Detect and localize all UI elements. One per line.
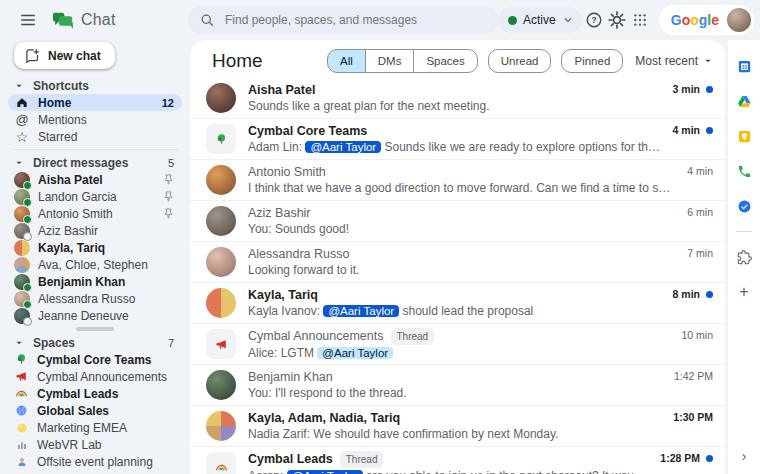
google-apps-grid-button[interactable] [630,6,651,34]
unread-count-badge: 12 [162,97,174,109]
conversation-text: Cymbal Core TeamsAdam Lin: @Aari Taylor … [248,124,661,155]
direct-messages-list: Aisha PatelLandon GarciaAntonio SmithAzi… [0,171,190,324]
filter-dms[interactable]: DMs [365,49,415,73]
body-row: New chat Shortcuts Home12@Mentions☆Starr… [0,40,760,474]
mention-chip: @Aari Taylor [287,470,363,474]
tasks-icon[interactable] [734,196,754,216]
shortcuts-list: Home12@Mentions☆Starred [0,94,190,145]
settings-gear-button[interactable] [607,6,628,34]
search-input[interactable] [223,12,486,28]
chart-icon [14,437,29,452]
avatar [206,288,236,318]
search-bar[interactable] [188,6,498,34]
direct-messages-section-header[interactable]: Direct messages 5 [0,154,190,171]
drive-icon[interactable] [734,91,754,111]
new-chat-button[interactable]: New chat [14,42,115,69]
filter-spaces[interactable]: Spaces [413,49,477,73]
snippet-text: Nadia Zarif: We should have confirmation… [248,427,558,441]
conversation-row[interactable]: Aziz BashirYou: Sounds good!6 min [190,200,725,241]
space-item-marketing-emea[interactable]: Marketing EMEA [8,419,182,436]
star-icon: ☆ [14,129,30,145]
space-item-cymbal-leads[interactable]: Cymbal Leads [8,385,182,402]
addons-icon[interactable] [734,247,754,267]
dm-item-alessandra-russo[interactable]: Alessandra Russo [8,290,182,307]
conversation-meta: 10 min [681,329,713,341]
hamburger-menu-icon[interactable] [16,8,40,32]
message-snippet: You: I'll respond to the thread. [248,386,662,401]
sort-button[interactable]: Most recent [635,54,713,68]
presence-away-dot [23,232,32,241]
filter-pinned[interactable]: Pinned [561,49,623,73]
dm-item-kayla-tariq[interactable]: Kayla, Tariq [8,239,182,256]
unread-dot [706,127,713,134]
voice-icon[interactable] [734,161,754,181]
conversation-name-line: Aziz Bashir [248,206,675,221]
space-item-cymbal-core-teams[interactable]: Cymbal Core Teams [8,351,182,368]
user-avatar[interactable] [727,8,751,32]
spaces-count: 7 [168,337,174,349]
shortcuts-title: Shortcuts [33,79,89,93]
conversation-row[interactable]: Aisha PatelSounds like a great plan for … [190,78,725,118]
space-item-cymbal-announcements[interactable]: Cymbal Announcements [8,368,182,385]
dm-name: Benjamin Khan [38,275,174,289]
sidebar-item-home[interactable]: Home12 [8,94,182,111]
conversation-name: Alessandra Russo [248,247,349,262]
section-divider [12,149,178,150]
conversation-name: Aziz Bashir [248,206,311,221]
space-name: Cymbal Core Teams [37,353,174,367]
space-item-offsite-event-planning[interactable]: Offsite event planning [8,453,182,470]
dm-item-aisha-patel[interactable]: Aisha Patel [8,171,182,188]
direct-messages-count: 5 [168,157,174,169]
avatar [206,411,236,441]
google-chat-app: Chat Active ? [0,0,760,474]
conversation-row[interactable]: Cymbal AnnouncementsThreadAlice: LGTM @A… [190,323,725,364]
timestamp: 7 min [687,247,713,259]
sidebar-item-mentions[interactable]: @Mentions [8,111,182,128]
status-selector[interactable]: Active [498,7,582,33]
dm-item-jeanne-deneuve[interactable]: Jeanne Deneuve [8,307,182,324]
shortcuts-section-header[interactable]: Shortcuts [0,77,190,94]
avatar [14,240,30,256]
avatar [14,308,30,324]
plus-icon[interactable]: + [734,282,754,302]
snippet-text: Aaron: [248,469,287,474]
space-item-webvr-lab[interactable]: WebVR Lab [8,436,182,453]
thread-badge: Thread [391,328,435,345]
spaces-section-header[interactable]: Spaces 7 [0,334,190,351]
calendar-icon[interactable]: 31 [734,56,754,76]
snippet-text: Adam Lin: [248,140,305,154]
dm-item-ava-chloe-stephen[interactable]: Ava, Chloe, Stephen [8,256,182,273]
dm-item-benjamin-khan[interactable]: Benjamin Khan [8,273,182,290]
conversation-row[interactable]: Alessandra RussoLooking forward to it.7 … [190,241,725,282]
pin-icon [163,191,174,202]
conversation-meta: 4 min [673,124,713,136]
filter-all[interactable]: All [327,49,366,73]
presence-online-dot [23,181,32,190]
conversation-row[interactable]: Benjamin KhanYou: I'll respond to the th… [190,364,725,405]
sidebar-item-starred[interactable]: ☆Starred [8,128,182,145]
conversation-meta: 7 min [687,247,713,259]
filter-unread[interactable]: Unread [488,49,552,73]
chevron-down-icon [562,14,574,26]
conversation-row[interactable]: Kayla, TariqKayla Ivanov: @Aari Taylor s… [190,282,725,323]
dm-item-antonio-smith[interactable]: Antonio Smith [8,205,182,222]
spaces-title: Spaces [33,336,75,350]
conversation-meta: 4 min [687,165,713,177]
filter-chips: UnreadPinned [478,49,624,73]
chevron-right-icon[interactable]: › [742,447,747,464]
conversation-row[interactable]: Kayla, Adam, Nadia, TariqNadia Zarif: We… [190,405,725,446]
help-button[interactable]: ? [584,6,605,34]
conversation-text: Aisha PatelSounds like a great plan for … [248,83,661,114]
svg-text:?: ? [592,16,597,25]
conversation-list: Aisha PatelSounds like a great plan for … [190,78,725,474]
dm-item-aziz-bashir[interactable]: Aziz Bashir [8,222,182,239]
conversation-row[interactable]: Cymbal LeadsThreadAaron: @Aari Taylor ar… [190,446,725,474]
sidebar-scroll-thumb[interactable] [76,327,114,331]
conversation-row[interactable]: Cymbal Core TeamsAdam Lin: @Aari Taylor … [190,118,725,159]
space-item-global-sales[interactable]: Global Sales [8,402,182,419]
dm-item-landon-garcia[interactable]: Landon Garcia [8,188,182,205]
keep-icon[interactable] [734,126,754,146]
timestamp: 1:30 PM [673,411,713,423]
conversation-row[interactable]: Antonio SmithI think that we have a good… [190,159,725,200]
account-pill[interactable]: Google [659,5,754,35]
